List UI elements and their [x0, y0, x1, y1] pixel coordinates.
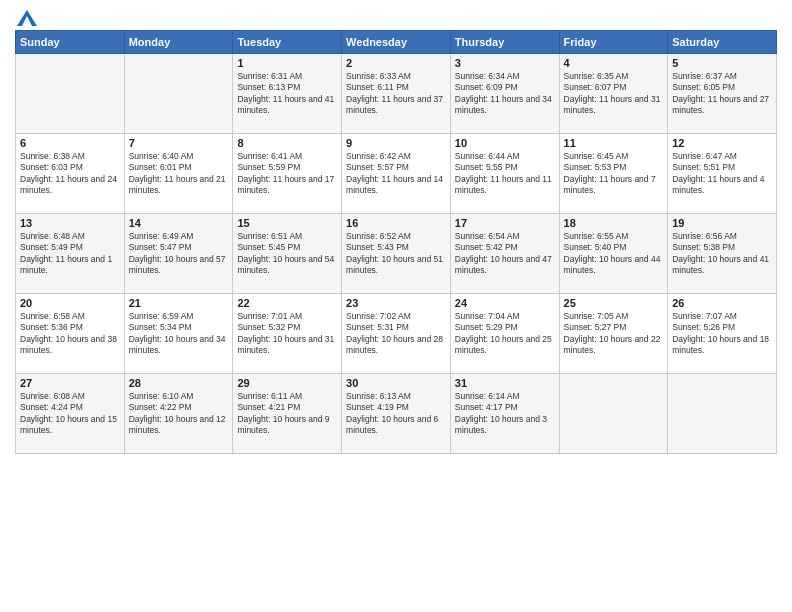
calendar-cell: 8Sunrise: 6:41 AMSunset: 5:59 PMDaylight…	[233, 134, 342, 214]
header	[15, 10, 777, 22]
calendar-cell: 22Sunrise: 7:01 AMSunset: 5:32 PMDayligh…	[233, 294, 342, 374]
calendar-header-monday: Monday	[124, 31, 233, 54]
day-info: Sunrise: 6:44 AMSunset: 5:55 PMDaylight:…	[455, 151, 555, 197]
day-info: Sunrise: 6:35 AMSunset: 6:07 PMDaylight:…	[564, 71, 664, 117]
day-info: Sunrise: 6:11 AMSunset: 4:21 PMDaylight:…	[237, 391, 337, 437]
day-info: Sunrise: 6:14 AMSunset: 4:17 PMDaylight:…	[455, 391, 555, 437]
day-number: 7	[129, 137, 229, 149]
calendar-cell: 9Sunrise: 6:42 AMSunset: 5:57 PMDaylight…	[342, 134, 451, 214]
day-info: Sunrise: 7:01 AMSunset: 5:32 PMDaylight:…	[237, 311, 337, 357]
logo-icon	[17, 10, 37, 26]
day-number: 21	[129, 297, 229, 309]
logo	[15, 10, 37, 22]
calendar-cell: 7Sunrise: 6:40 AMSunset: 6:01 PMDaylight…	[124, 134, 233, 214]
calendar-cell: 11Sunrise: 6:45 AMSunset: 5:53 PMDayligh…	[559, 134, 668, 214]
calendar-cell: 13Sunrise: 6:48 AMSunset: 5:49 PMDayligh…	[16, 214, 125, 294]
calendar-cell: 21Sunrise: 6:59 AMSunset: 5:34 PMDayligh…	[124, 294, 233, 374]
day-number: 4	[564, 57, 664, 69]
calendar-cell: 16Sunrise: 6:52 AMSunset: 5:43 PMDayligh…	[342, 214, 451, 294]
day-info: Sunrise: 6:42 AMSunset: 5:57 PMDaylight:…	[346, 151, 446, 197]
calendar-cell: 1Sunrise: 6:31 AMSunset: 6:13 PMDaylight…	[233, 54, 342, 134]
day-info: Sunrise: 6:45 AMSunset: 5:53 PMDaylight:…	[564, 151, 664, 197]
calendar-cell: 25Sunrise: 7:05 AMSunset: 5:27 PMDayligh…	[559, 294, 668, 374]
day-number: 25	[564, 297, 664, 309]
calendar-header-tuesday: Tuesday	[233, 31, 342, 54]
day-number: 27	[20, 377, 120, 389]
calendar-header-sunday: Sunday	[16, 31, 125, 54]
day-info: Sunrise: 6:10 AMSunset: 4:22 PMDaylight:…	[129, 391, 229, 437]
calendar-table: SundayMondayTuesdayWednesdayThursdayFrid…	[15, 30, 777, 454]
day-number: 10	[455, 137, 555, 149]
day-number: 5	[672, 57, 772, 69]
calendar-cell: 3Sunrise: 6:34 AMSunset: 6:09 PMDaylight…	[450, 54, 559, 134]
calendar-cell	[668, 374, 777, 454]
day-number: 13	[20, 217, 120, 229]
day-number: 24	[455, 297, 555, 309]
calendar-cell: 4Sunrise: 6:35 AMSunset: 6:07 PMDaylight…	[559, 54, 668, 134]
day-info: Sunrise: 7:05 AMSunset: 5:27 PMDaylight:…	[564, 311, 664, 357]
day-number: 29	[237, 377, 337, 389]
calendar-cell: 27Sunrise: 6:08 AMSunset: 4:24 PMDayligh…	[16, 374, 125, 454]
day-info: Sunrise: 6:41 AMSunset: 5:59 PMDaylight:…	[237, 151, 337, 197]
day-number: 16	[346, 217, 446, 229]
day-info: Sunrise: 6:38 AMSunset: 6:03 PMDaylight:…	[20, 151, 120, 197]
calendar-cell: 18Sunrise: 6:55 AMSunset: 5:40 PMDayligh…	[559, 214, 668, 294]
calendar-cell: 2Sunrise: 6:33 AMSunset: 6:11 PMDaylight…	[342, 54, 451, 134]
calendar-cell: 28Sunrise: 6:10 AMSunset: 4:22 PMDayligh…	[124, 374, 233, 454]
calendar-week-row: 27Sunrise: 6:08 AMSunset: 4:24 PMDayligh…	[16, 374, 777, 454]
day-info: Sunrise: 6:51 AMSunset: 5:45 PMDaylight:…	[237, 231, 337, 277]
day-number: 12	[672, 137, 772, 149]
day-number: 28	[129, 377, 229, 389]
day-info: Sunrise: 7:04 AMSunset: 5:29 PMDaylight:…	[455, 311, 555, 357]
calendar-cell: 26Sunrise: 7:07 AMSunset: 5:26 PMDayligh…	[668, 294, 777, 374]
calendar-cell	[124, 54, 233, 134]
calendar-week-row: 6Sunrise: 6:38 AMSunset: 6:03 PMDaylight…	[16, 134, 777, 214]
day-info: Sunrise: 7:02 AMSunset: 5:31 PMDaylight:…	[346, 311, 446, 357]
day-number: 3	[455, 57, 555, 69]
calendar-cell: 19Sunrise: 6:56 AMSunset: 5:38 PMDayligh…	[668, 214, 777, 294]
page: SundayMondayTuesdayWednesdayThursdayFrid…	[0, 0, 792, 612]
calendar-cell: 24Sunrise: 7:04 AMSunset: 5:29 PMDayligh…	[450, 294, 559, 374]
day-number: 2	[346, 57, 446, 69]
day-number: 22	[237, 297, 337, 309]
calendar-cell: 20Sunrise: 6:58 AMSunset: 5:36 PMDayligh…	[16, 294, 125, 374]
calendar-header-friday: Friday	[559, 31, 668, 54]
day-info: Sunrise: 6:52 AMSunset: 5:43 PMDaylight:…	[346, 231, 446, 277]
day-number: 23	[346, 297, 446, 309]
day-info: Sunrise: 7:07 AMSunset: 5:26 PMDaylight:…	[672, 311, 772, 357]
calendar-cell: 31Sunrise: 6:14 AMSunset: 4:17 PMDayligh…	[450, 374, 559, 454]
calendar-cell: 6Sunrise: 6:38 AMSunset: 6:03 PMDaylight…	[16, 134, 125, 214]
day-info: Sunrise: 6:33 AMSunset: 6:11 PMDaylight:…	[346, 71, 446, 117]
calendar-header-wednesday: Wednesday	[342, 31, 451, 54]
day-info: Sunrise: 6:34 AMSunset: 6:09 PMDaylight:…	[455, 71, 555, 117]
day-info: Sunrise: 6:08 AMSunset: 4:24 PMDaylight:…	[20, 391, 120, 437]
day-number: 31	[455, 377, 555, 389]
day-number: 20	[20, 297, 120, 309]
day-number: 6	[20, 137, 120, 149]
day-number: 11	[564, 137, 664, 149]
day-number: 8	[237, 137, 337, 149]
day-number: 17	[455, 217, 555, 229]
calendar-cell: 5Sunrise: 6:37 AMSunset: 6:05 PMDaylight…	[668, 54, 777, 134]
calendar-week-row: 13Sunrise: 6:48 AMSunset: 5:49 PMDayligh…	[16, 214, 777, 294]
day-info: Sunrise: 6:48 AMSunset: 5:49 PMDaylight:…	[20, 231, 120, 277]
day-number: 9	[346, 137, 446, 149]
calendar-cell: 30Sunrise: 6:13 AMSunset: 4:19 PMDayligh…	[342, 374, 451, 454]
day-number: 1	[237, 57, 337, 69]
calendar-cell: 29Sunrise: 6:11 AMSunset: 4:21 PMDayligh…	[233, 374, 342, 454]
day-info: Sunrise: 6:40 AMSunset: 6:01 PMDaylight:…	[129, 151, 229, 197]
calendar-cell: 17Sunrise: 6:54 AMSunset: 5:42 PMDayligh…	[450, 214, 559, 294]
day-info: Sunrise: 6:13 AMSunset: 4:19 PMDaylight:…	[346, 391, 446, 437]
day-info: Sunrise: 6:37 AMSunset: 6:05 PMDaylight:…	[672, 71, 772, 117]
day-info: Sunrise: 6:49 AMSunset: 5:47 PMDaylight:…	[129, 231, 229, 277]
day-info: Sunrise: 6:55 AMSunset: 5:40 PMDaylight:…	[564, 231, 664, 277]
calendar-cell: 15Sunrise: 6:51 AMSunset: 5:45 PMDayligh…	[233, 214, 342, 294]
calendar-cell: 10Sunrise: 6:44 AMSunset: 5:55 PMDayligh…	[450, 134, 559, 214]
calendar-cell: 23Sunrise: 7:02 AMSunset: 5:31 PMDayligh…	[342, 294, 451, 374]
calendar-cell: 12Sunrise: 6:47 AMSunset: 5:51 PMDayligh…	[668, 134, 777, 214]
calendar-cell: 14Sunrise: 6:49 AMSunset: 5:47 PMDayligh…	[124, 214, 233, 294]
calendar-header-row: SundayMondayTuesdayWednesdayThursdayFrid…	[16, 31, 777, 54]
day-number: 18	[564, 217, 664, 229]
day-number: 19	[672, 217, 772, 229]
calendar-week-row: 20Sunrise: 6:58 AMSunset: 5:36 PMDayligh…	[16, 294, 777, 374]
